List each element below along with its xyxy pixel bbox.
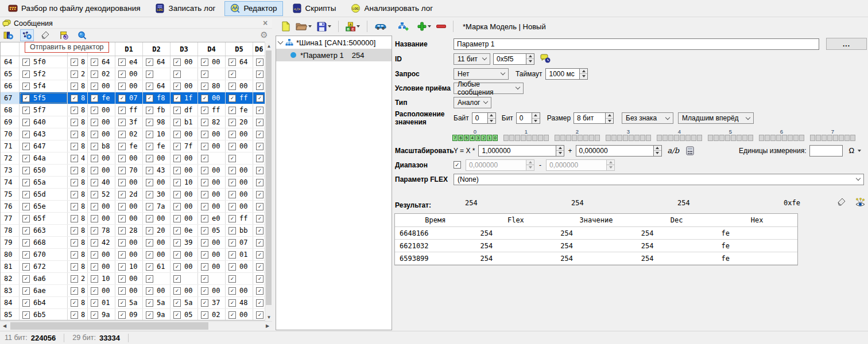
message-data-cell[interactable]: 64 xyxy=(88,56,115,68)
checkbox[interactable] xyxy=(201,263,208,271)
blocks-button[interactable]: A B C xyxy=(344,19,361,33)
checkbox[interactable] xyxy=(256,275,264,283)
message-row[interactable]: 70643800021000000000 xyxy=(1,128,265,140)
checkbox[interactable] xyxy=(146,239,153,247)
checkbox[interactable] xyxy=(146,191,153,198)
message-data-cell[interactable]: 00 xyxy=(143,237,170,248)
message-dlc-cell[interactable]: 8 xyxy=(68,261,88,272)
bit-cell[interactable] xyxy=(578,135,583,141)
checkbox[interactable] xyxy=(201,119,208,126)
message-data-cell[interactable]: 00 xyxy=(226,177,253,188)
checkbox[interactable] xyxy=(256,203,264,210)
checkbox[interactable] xyxy=(118,263,126,271)
message-data-cell[interactable]: 01 xyxy=(226,249,253,260)
checkbox[interactable] xyxy=(91,311,98,319)
message-data-cell[interactable]: 42 xyxy=(88,237,115,248)
checkbox[interactable] xyxy=(201,215,208,222)
checkbox[interactable] xyxy=(228,155,236,162)
scroll-right-icon[interactable]: ▶ xyxy=(263,322,272,330)
message-data-cell[interactable]: 20 xyxy=(143,225,170,236)
checkbox[interactable] xyxy=(228,263,236,271)
bit-cell[interactable] xyxy=(674,135,679,141)
result-row[interactable]: 6648166254254254fe xyxy=(395,227,797,240)
message-data-cell[interactable] xyxy=(198,68,226,80)
checkbox[interactable] xyxy=(201,95,208,102)
message-data-cell[interactable]: 00 xyxy=(198,285,226,296)
checkbox[interactable] xyxy=(201,167,208,174)
bit-cell[interactable] xyxy=(850,135,855,141)
message-data-cell[interactable]: 00 xyxy=(253,201,265,212)
checkbox[interactable] xyxy=(118,143,126,150)
checkbox[interactable] xyxy=(118,119,126,126)
message-data-cell[interactable]: 00 xyxy=(226,140,253,152)
message-data-cell[interactable]: 00 xyxy=(88,153,115,164)
bit-cell[interactable]: 5 xyxy=(464,135,469,141)
message-data-cell[interactable]: 9a xyxy=(88,309,115,320)
spinner-buttons[interactable] xyxy=(526,53,534,65)
eraser-icon[interactable] xyxy=(837,198,847,206)
message-data-cell[interactable]: 00 xyxy=(115,273,143,284)
checkbox[interactable] xyxy=(201,131,208,138)
range-min[interactable]: 0,000000 xyxy=(466,159,526,171)
checkbox[interactable] xyxy=(71,299,78,307)
checkbox[interactable] xyxy=(118,58,126,66)
bit-cell[interactable] xyxy=(509,135,514,141)
message-data-cell[interactable]: 00 xyxy=(115,285,143,296)
checkbox[interactable] xyxy=(91,287,98,295)
bit-cell[interactable] xyxy=(816,135,821,141)
id-history-icon[interactable] xyxy=(540,54,551,64)
checkbox[interactable] xyxy=(22,299,30,307)
message-data-cell[interactable]: fb xyxy=(143,104,170,116)
checkbox[interactable] xyxy=(256,119,264,126)
message-row[interactable]: 7665e800007a00000000 xyxy=(1,201,265,213)
message-data-cell[interactable]: 5a xyxy=(143,297,170,308)
message-data-cell[interactable]: 00 xyxy=(88,165,115,176)
checkbox[interactable] xyxy=(228,107,236,114)
scale-factor-spinner[interactable]: 1,000000 xyxy=(478,145,564,157)
message-data-cell[interactable] xyxy=(170,273,198,284)
message-data-cell[interactable]: 43 xyxy=(143,165,170,176)
settings-button[interactable]: ⚙ xyxy=(258,29,270,41)
checkbox[interactable] xyxy=(201,58,208,66)
checkbox[interactable] xyxy=(201,299,208,307)
message-data-cell[interactable]: 00 xyxy=(198,177,226,188)
message-row[interactable]: 7866387828200e05bb2d xyxy=(1,225,265,237)
spinner-buttons[interactable] xyxy=(653,145,662,157)
message-data-cell[interactable]: 70 xyxy=(115,165,143,176)
message-data-cell[interactable] xyxy=(226,153,253,164)
checkbox[interactable] xyxy=(118,251,126,259)
bit-cell[interactable] xyxy=(793,135,799,141)
bit-cell[interactable] xyxy=(560,135,565,141)
checkbox[interactable] xyxy=(146,179,153,186)
bit-cell[interactable] xyxy=(776,135,781,141)
message-data-cell[interactable]: 00 xyxy=(198,189,226,200)
id-value-spinner[interactable]: 0x5f5 xyxy=(493,53,534,65)
checkbox[interactable] xyxy=(71,275,78,283)
bit-spinner[interactable]: 0 xyxy=(516,112,540,124)
checkbox[interactable] xyxy=(146,215,153,222)
checkbox[interactable] xyxy=(22,287,30,295)
scroll-left-icon[interactable]: ◀ xyxy=(0,322,9,330)
bit-cell[interactable] xyxy=(748,135,753,141)
checkbox[interactable] xyxy=(256,287,264,295)
message-data-cell[interactable]: 64 xyxy=(143,80,170,92)
message-data-cell[interactable]: 00 xyxy=(198,165,226,176)
message-id-cell[interactable]: 65e xyxy=(20,201,68,212)
message-data-cell[interactable]: 00 xyxy=(143,177,170,188)
byte-value[interactable]: 0 xyxy=(472,112,487,124)
message-data-cell[interactable] xyxy=(198,273,226,284)
checkbox[interactable] xyxy=(256,299,264,307)
bit-cell[interactable] xyxy=(725,135,730,141)
checkbox[interactable] xyxy=(201,191,208,198)
bit-cell[interactable] xyxy=(606,135,611,141)
message-row[interactable]: 79668842000039000700 xyxy=(1,237,265,249)
checkbox[interactable] xyxy=(256,58,264,66)
message-data-cell[interactable]: 02 xyxy=(88,68,115,80)
message-data-cell[interactable]: 00 xyxy=(88,116,115,128)
bit-cell[interactable] xyxy=(532,135,537,141)
tab-record-log[interactable]: LOG Записать лог xyxy=(149,1,221,16)
message-data-cell[interactable]: 00 xyxy=(198,92,226,104)
message-data-cell[interactable]: 9a xyxy=(143,309,170,320)
result-column-header[interactable]: Время xyxy=(395,216,476,224)
checkbox[interactable] xyxy=(71,251,78,259)
